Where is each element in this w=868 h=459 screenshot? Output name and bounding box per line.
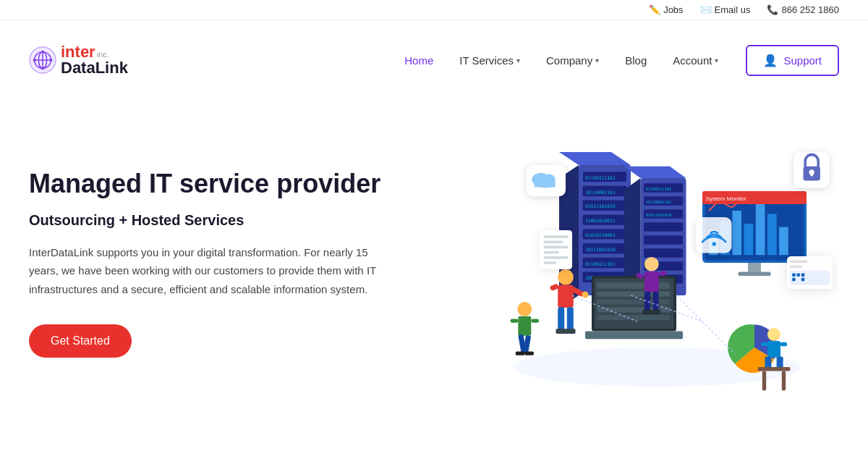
nav-it-services[interactable]: IT Services ▾ (449, 49, 530, 72)
svg-rect-82 (642, 310, 652, 314)
svg-point-6 (41, 67, 44, 70)
svg-rect-36 (644, 235, 683, 245)
get-started-button[interactable]: Get Started (29, 324, 132, 358)
svg-rect-128 (543, 251, 559, 254)
hero-title: Managed IT service provider (29, 168, 446, 199)
logo-inc: inc. (97, 50, 109, 59)
logo-inter: inter (61, 44, 95, 60)
svg-rect-56 (748, 263, 761, 273)
svg-rect-105 (535, 182, 556, 187)
hero-content: Managed IT service provider Outsourcing … (29, 168, 475, 358)
top-bar: ✏️ Jobs ✉️ Email us 📞 866 252 1860 (0, 0, 868, 20)
svg-text:01100111101: 01100111101 (585, 175, 616, 180)
svg-point-84 (767, 328, 780, 341)
svg-rect-120 (797, 273, 801, 277)
nav-home[interactable]: Home (394, 49, 443, 72)
hero-illustration: 01100111101 10110001101 01011101010 1100… (475, 122, 839, 404)
jobs-link[interactable]: ✏️ Jobs (650, 4, 683, 15)
svg-rect-99 (516, 351, 525, 355)
svg-rect-68 (558, 285, 574, 308)
account-chevron: ▾ (715, 56, 718, 64)
svg-rect-122 (792, 278, 796, 282)
hero-description: InterDataLink supports you in your digit… (29, 243, 391, 299)
svg-rect-121 (801, 273, 805, 277)
svg-rect-61 (597, 282, 670, 289)
svg-rect-81 (653, 292, 659, 311)
svg-point-76 (644, 257, 659, 271)
svg-point-7 (33, 59, 36, 62)
svg-rect-85 (767, 341, 780, 358)
svg-rect-74 (556, 329, 566, 334)
main-nav: Home IT Services ▾ Company ▾ Blog Accoun… (394, 45, 839, 76)
svg-rect-119 (792, 273, 796, 277)
svg-rect-62 (597, 292, 670, 297)
jobs-icon: ✏️ (650, 5, 660, 15)
svg-point-71 (582, 292, 589, 298)
svg-rect-123 (801, 278, 805, 282)
svg-rect-95 (511, 319, 519, 322)
phone-link[interactable]: 📞 866 252 1860 (767, 4, 839, 15)
svg-marker-30 (559, 152, 631, 165)
svg-rect-72 (558, 307, 564, 330)
svg-text:01011101010: 01011101010 (585, 203, 616, 209)
svg-rect-35 (644, 222, 683, 232)
email-label: Email us (715, 4, 751, 15)
email-link[interactable]: ✉️ Email us (701, 4, 751, 15)
svg-rect-37 (644, 248, 683, 258)
svg-marker-44 (624, 167, 686, 178)
logo-data: DataLink (61, 60, 128, 76)
svg-rect-130 (543, 261, 556, 264)
svg-rect-100 (524, 351, 534, 355)
svg-text:01010110001: 01010110001 (585, 232, 616, 237)
email-icon: ✉️ (701, 5, 711, 15)
svg-rect-125 (543, 235, 568, 238)
svg-text:01100111101: 01100111101 (646, 187, 672, 191)
svg-line-113 (676, 295, 735, 354)
svg-rect-116 (790, 260, 808, 263)
support-button[interactable]: 👤 Support (746, 45, 839, 76)
svg-text:System Monitor: System Monitor (706, 195, 746, 202)
svg-rect-109 (810, 172, 813, 176)
logo[interactable]: inter inc. DataLink (29, 44, 128, 76)
svg-rect-92 (782, 371, 786, 390)
svg-rect-117 (790, 266, 803, 269)
svg-rect-96 (531, 319, 539, 322)
svg-rect-83 (652, 310, 661, 314)
hero-svg: 01100111101 10110001101 01011101010 1100… (475, 122, 839, 404)
svg-rect-126 (543, 240, 563, 243)
svg-rect-49 (732, 211, 741, 255)
svg-rect-69 (550, 283, 559, 291)
svg-rect-127 (543, 246, 568, 249)
phone-label: 866 252 1860 (781, 4, 839, 15)
support-icon: 👤 (763, 54, 778, 67)
svg-rect-57 (739, 272, 771, 276)
nav-blog[interactable]: Blog (615, 49, 657, 72)
svg-rect-129 (543, 256, 568, 259)
hero-subtitle: Outsourcing + Hosted Services (29, 212, 446, 229)
svg-rect-77 (644, 271, 659, 292)
nav-company[interactable]: Company ▾ (536, 49, 609, 72)
logo-icon (29, 46, 56, 74)
phone-icon: 📞 (767, 5, 778, 15)
svg-rect-75 (565, 329, 575, 334)
svg-point-5 (41, 51, 44, 54)
svg-text:01011101010: 01011101010 (646, 213, 672, 217)
svg-rect-73 (567, 307, 574, 330)
svg-rect-53 (779, 227, 788, 256)
svg-point-93 (517, 302, 532, 316)
svg-rect-87 (780, 342, 787, 346)
logo-words: inter inc. DataLink (61, 44, 128, 76)
svg-rect-52 (767, 214, 777, 256)
svg-rect-63 (597, 299, 670, 304)
nav-account[interactable]: Account ▾ (663, 49, 728, 72)
svg-text:11001010011: 11001010011 (585, 218, 616, 223)
svg-rect-94 (518, 316, 531, 336)
svg-point-8 (50, 59, 53, 62)
svg-rect-86 (761, 342, 767, 346)
svg-text:01100111101: 01100111101 (585, 261, 616, 266)
company-chevron: ▾ (595, 56, 599, 64)
svg-text:10110001101: 10110001101 (646, 200, 672, 204)
svg-point-111 (712, 242, 716, 245)
svg-rect-66 (585, 332, 683, 340)
header: inter inc. DataLink Home IT Services ▾ C… (0, 20, 868, 100)
